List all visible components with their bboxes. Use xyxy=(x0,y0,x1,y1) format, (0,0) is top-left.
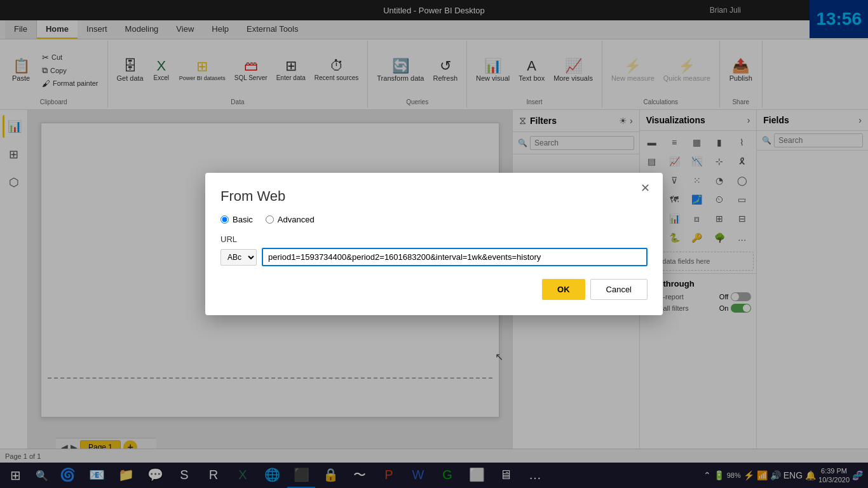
url-input-row: ABc xyxy=(220,248,648,266)
modal-title: From Web xyxy=(220,188,648,205)
cancel-button[interactable]: Cancel xyxy=(590,279,648,300)
advanced-label: Advanced xyxy=(278,215,315,224)
url-type-select[interactable]: ABc xyxy=(220,249,257,266)
basic-radio-label[interactable]: Basic xyxy=(220,215,253,224)
basic-radio[interactable] xyxy=(220,215,229,224)
advanced-radio[interactable] xyxy=(266,215,274,224)
from-web-modal: ✕ From Web Basic Advanced URL ABc ↖ OK xyxy=(205,173,663,315)
modal-buttons: OK Cancel xyxy=(220,279,648,300)
advanced-radio-label[interactable]: Advanced xyxy=(266,215,315,224)
modal-close-button[interactable]: ✕ xyxy=(637,180,653,196)
modal-overlay: ✕ From Web Basic Advanced URL ABc ↖ OK xyxy=(0,0,868,488)
modal-radio-group: Basic Advanced xyxy=(220,215,648,224)
basic-label: Basic xyxy=(233,215,253,224)
cursor-indicator: ↖ xyxy=(495,351,503,363)
url-input[interactable] xyxy=(262,248,648,266)
url-label: URL xyxy=(220,234,648,244)
ok-button[interactable]: OK xyxy=(542,279,585,300)
url-section: URL ABc xyxy=(220,234,648,266)
